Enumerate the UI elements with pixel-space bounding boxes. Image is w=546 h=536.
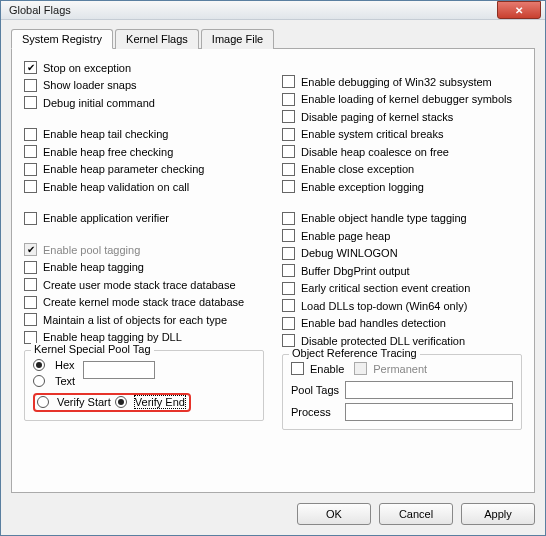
group-object-reference-tracing: Object Reference Tracing Enable Permanen… [282,354,522,430]
cb-exception-logging[interactable] [282,180,295,193]
cb-early-critical-section[interactable] [282,282,295,295]
group-kernel-special-pool-tag: Kernel Special Pool Tag Hex Text Verify … [24,350,264,421]
window-title: Global Flags [9,4,497,16]
cb-load-kernel-symbols[interactable] [282,93,295,106]
lbl-ort-permanent: Permanent [373,363,427,375]
lbl-load-dlls-top-down: Load DLLs top-down (Win64 only) [301,300,467,312]
radio-verify-end[interactable] [115,396,127,408]
group-title-pool: Kernel Special Pool Tag [31,343,154,355]
cb-close-exception[interactable] [282,163,295,176]
lbl-text: Text [55,375,75,387]
radio-text[interactable] [33,375,45,387]
lbl-page-heap: Enable page heap [301,230,390,242]
cb-buffer-dbgprint[interactable] [282,264,295,277]
lbl-heap-tagging: Enable heap tagging [43,261,144,273]
cancel-button[interactable]: Cancel [379,503,453,525]
lbl-buffer-dbgprint: Buffer DbgPrint output [301,265,410,277]
button-bar: OK Cancel Apply [1,497,545,535]
cb-kernel-stack-trace-db[interactable] [24,296,37,309]
cb-ort-permanent [354,362,367,375]
close-icon: ✕ [515,5,523,16]
radio-hex[interactable] [33,359,45,371]
lbl-heap-param-checking: Enable heap parameter checking [43,163,204,175]
highlight-verify: Verify Start Verify End [33,393,191,412]
titlebar: Global Flags ✕ [1,1,545,20]
dialog-window: Global Flags ✕ System Registry Kernel Fl… [0,0,546,536]
input-ort-process[interactable] [345,403,513,421]
lbl-kernel-stack-trace-db: Create kernel mode stack trace database [43,296,244,308]
group-title-ort: Object Reference Tracing [289,347,420,359]
cb-app-verifier[interactable] [24,212,37,225]
lbl-close-exception: Enable close exception [301,163,414,175]
cb-disable-protected-dll-verify[interactable] [282,334,295,347]
tab-panel: ✔Stop on exception Show loader snaps Deb… [11,49,535,493]
lbl-show-loader-snaps: Show loader snaps [43,79,137,91]
cb-heap-param-checking[interactable] [24,163,37,176]
lbl-heap-tail-checking: Enable heap tail checking [43,128,168,140]
close-button[interactable]: ✕ [497,1,541,19]
lbl-disable-protected-dll-verify: Disable protected DLL verification [301,335,465,347]
lbl-bad-handles-detection: Enable bad handles detection [301,317,446,329]
cb-heap-tail-checking[interactable] [24,128,37,141]
cb-dbg-win32-subsystem[interactable] [282,75,295,88]
radio-verify-start[interactable] [37,396,49,408]
cb-heap-validation[interactable] [24,180,37,193]
cb-disable-heap-coalesce[interactable] [282,145,295,158]
cb-load-dlls-top-down[interactable] [282,299,295,312]
tab-system-registry[interactable]: System Registry [11,29,113,49]
cb-bad-handles-detection[interactable] [282,317,295,330]
cb-object-handle-type-tagging[interactable] [282,212,295,225]
cb-system-critical-breaks[interactable] [282,128,295,141]
cb-heap-free-checking[interactable] [24,145,37,158]
right-column: Enable debugging of Win32 subsystem Enab… [282,59,522,430]
lbl-disable-paging-kernel-stacks: Disable paging of kernel stacks [301,111,453,123]
cb-heap-tagging[interactable] [24,261,37,274]
cb-stop-on-exception[interactable]: ✔ [24,61,37,74]
lbl-load-kernel-symbols: Enable loading of kernel debugger symbol… [301,93,512,105]
cb-ort-enable[interactable] [291,362,304,375]
cb-debug-initial-command[interactable] [24,96,37,109]
tab-kernel-flags[interactable]: Kernel Flags [115,29,199,49]
cb-maintain-object-list[interactable] [24,313,37,326]
left-column: ✔Stop on exception Show loader snaps Deb… [24,59,264,430]
lbl-debug-winlogon: Debug WINLOGON [301,247,398,259]
lbl-heap-validation: Enable heap validation on call [43,181,189,193]
lbl-heap-free-checking: Enable heap free checking [43,146,173,158]
lbl-hex: Hex [55,359,75,371]
cb-debug-winlogon[interactable] [282,247,295,260]
lbl-app-verifier: Enable application verifier [43,212,169,224]
lbl-ort-process: Process [291,406,339,418]
tabstrip: System Registry Kernel Flags Image File [11,28,535,49]
lbl-object-handle-type-tagging: Enable object handle type tagging [301,212,467,224]
lbl-stop-on-exception: Stop on exception [43,62,131,74]
lbl-early-critical-section: Early critical section event creation [301,282,470,294]
cb-pool-tagging: ✔ [24,243,37,256]
input-ort-pool-tags[interactable] [345,381,513,399]
cb-disable-paging-kernel-stacks[interactable] [282,110,295,123]
lbl-pool-tagging: Enable pool tagging [43,244,140,256]
content-area: System Registry Kernel Flags Image File … [1,20,545,497]
lbl-ort-enable: Enable [310,363,344,375]
input-pool-tag[interactable] [83,361,155,379]
ok-button[interactable]: OK [297,503,371,525]
lbl-disable-heap-coalesce: Disable heap coalesce on free [301,146,449,158]
lbl-system-critical-breaks: Enable system critical breaks [301,128,443,140]
cb-heap-tagging-dll[interactable] [24,331,37,344]
lbl-debug-initial-command: Debug initial command [43,97,155,109]
lbl-verify-end: Verify End [135,396,185,408]
apply-button[interactable]: Apply [461,503,535,525]
lbl-user-stack-trace-db: Create user mode stack trace database [43,279,236,291]
lbl-exception-logging: Enable exception logging [301,181,424,193]
cb-page-heap[interactable] [282,229,295,242]
lbl-maintain-object-list: Maintain a list of objects for each type [43,314,227,326]
lbl-verify-start: Verify Start [57,396,111,408]
lbl-dbg-win32-subsystem: Enable debugging of Win32 subsystem [301,76,492,88]
lbl-heap-tagging-dll: Enable heap tagging by DLL [43,331,182,343]
cb-show-loader-snaps[interactable] [24,79,37,92]
lbl-ort-pool-tags: Pool Tags [291,384,339,396]
cb-user-stack-trace-db[interactable] [24,278,37,291]
tab-image-file[interactable]: Image File [201,29,274,49]
